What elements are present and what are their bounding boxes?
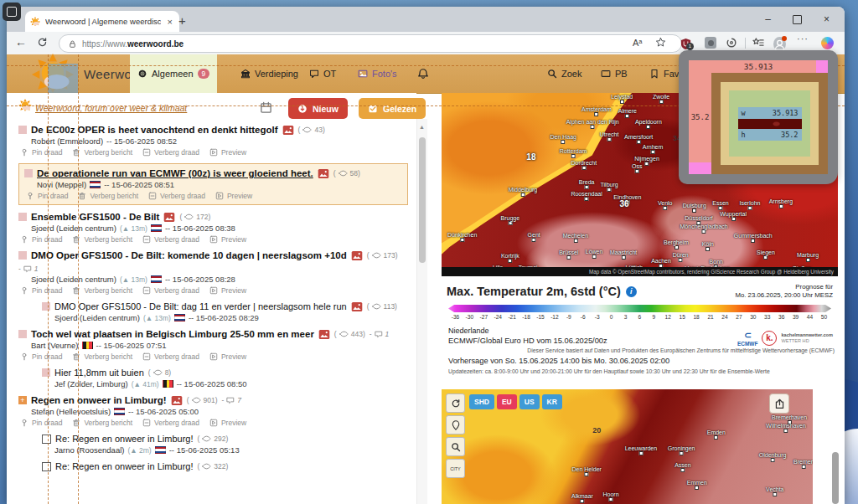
action-link[interactable]: Verberg bericht [84,352,132,361]
close-window-button[interactable]: × [824,13,830,25]
minus-square-icon[interactable] [142,235,151,244]
page-scrollbar-thumb[interactable] [832,452,839,504]
calendar-icon[interactable] [260,101,272,114]
action-link[interactable]: Verberg draad [160,192,205,200]
nav-tab-ot[interactable]: OT [302,54,344,93]
action-link[interactable]: Pin draad [38,192,68,200]
thread-title-link[interactable]: Re: Regen en onweer in Limburg! [55,461,193,471]
thread-title-link[interactable]: DMO Oper GFS1500 - De Bilt: dag 11 en ve… [54,301,347,311]
thread-title-link[interactable]: Regen en onweer in Limburg! [31,395,167,405]
nav-tab-fotos[interactable]: Foto's [350,54,405,93]
play-square-icon[interactable] [209,148,218,157]
pin-icon[interactable] [20,235,28,244]
minus-square-icon[interactable] [142,352,151,361]
maximize-button[interactable] [793,15,802,24]
action-link[interactable]: Preview [227,192,252,200]
forum-scrollbar[interactable]: ▲ [416,119,427,504]
minus-square-icon[interactable] [142,148,151,157]
copilot-icon[interactable] [821,37,834,49]
profile-avatar[interactable] [773,37,786,51]
model-button-eu[interactable]: EU [497,394,517,409]
map-share-button[interactable] [769,393,789,414]
thread-checkbox[interactable] [42,462,51,471]
site-favicon-sun-icon [30,17,40,27]
map-refresh-button[interactable] [446,393,465,413]
thread-title-link[interactable]: Hier 11,8mm uit buien [54,368,144,378]
address-bar[interactable]: https://www.weerwoord.be [59,34,682,53]
action-link[interactable]: Preview [221,286,246,295]
extension-icon[interactable] [726,37,737,49]
forum-tagline-link[interactable]: Weerwoord, forum over weer & klimaat [35,103,187,113]
action-link[interactable]: Verberg draad [154,286,199,295]
nav-pb[interactable]: PB [593,54,635,93]
read-aloud-icon[interactable]: Aᵃ [633,38,642,48]
mark-read-button[interactable]: Gelezen [359,98,426,119]
trash-icon[interactable] [78,192,86,200]
minus-square-icon[interactable] [142,419,151,427]
adblock-extension-icon[interactable]: 1 [680,36,692,51]
play-square-icon[interactable] [209,419,218,427]
play-square-icon[interactable] [209,352,218,361]
close-tab-icon[interactable]: × [166,17,174,27]
trash-icon[interactable] [72,419,80,427]
model-button-kr[interactable]: KR [542,394,562,409]
thread-checkbox[interactable] [42,435,51,444]
map-city-toggle[interactable]: CITY [446,459,465,478]
pin-icon[interactable] [20,148,28,157]
model-button-us[interactable]: US [519,394,540,409]
thread-title-link[interactable]: De EC00z OPER is heet vanochtend en denk… [31,125,278,135]
minus-square-icon[interactable] [148,192,157,200]
pin-icon[interactable] [20,286,28,295]
model-button-shd[interactable]: SHD [469,394,494,409]
favorites-bar-icon[interactable] [752,37,764,49]
action-link[interactable]: Verberg draad [154,419,199,427]
thread-author: Novi (Meppel) [37,180,86,189]
back-button[interactable]: ← [15,35,27,49]
settings-menu-icon[interactable]: ··· [797,33,809,44]
scroll-up-icon[interactable]: ▲ [419,124,425,130]
nav-tab-verdieping[interactable]: Verdieping [233,54,306,93]
action-link[interactable]: Verberg bericht [84,148,132,157]
action-link[interactable]: Preview [221,148,246,157]
trash-icon[interactable] [72,235,80,244]
play-square-icon[interactable] [209,286,218,295]
browser-tab[interactable]: Weerwoord | Algemene weerdisc × [25,11,179,32]
trash-icon[interactable] [72,352,80,361]
minimize-button[interactable]: – [765,13,771,25]
extension-icon[interactable] [705,37,716,49]
thread-title-link[interactable]: Re: Regen en onweer in Limburg! [55,434,193,444]
nav-tab-algemeen[interactable]: Algemeen 9 [130,54,217,93]
map-location-button[interactable] [446,415,465,435]
info-icon[interactable]: i [626,286,637,297]
pin-icon[interactable] [20,419,28,427]
action-link[interactable]: Verberg bericht [84,286,132,295]
action-link[interactable]: Verberg bericht [90,192,138,200]
action-link[interactable]: Verberg draad [154,235,199,244]
play-square-icon[interactable] [215,192,224,200]
thread-title-link[interactable]: Ensemble GFS1500 - De Bilt [31,212,159,222]
favorite-star-icon[interactable] [655,37,666,48]
bell-icon[interactable] [417,68,429,80]
action-link[interactable]: Verberg bericht [84,419,132,427]
country-flag-icon [174,314,185,321]
new-posts-button[interactable]: Nieuw [288,98,348,119]
minus-square-icon[interactable] [142,286,151,295]
action-link[interactable]: Preview [221,235,246,244]
play-square-icon[interactable] [209,235,218,244]
action-link[interactable]: Preview [221,419,246,427]
action-link[interactable]: Verberg draad [154,352,199,361]
trash-icon[interactable] [72,286,80,295]
refresh-icon[interactable] [37,37,48,48]
new-tab-button[interactable]: + [178,13,186,28]
pin-icon[interactable] [20,352,28,361]
nav-search[interactable]: Zoek [540,54,589,93]
action-link[interactable]: Verberg draad [154,148,199,157]
action-link[interactable]: Preview [221,352,246,361]
trash-icon[interactable] [72,148,80,157]
tab-actions-button[interactable] [3,3,21,21]
map-zoom-button[interactable] [446,437,465,456]
forum-scrollbar-thumb[interactable] [419,137,426,263]
action-link[interactable]: Verberg bericht [84,235,132,244]
thread-title-link[interactable]: Toch wel wat plaatsen in Belgisch Limbur… [31,329,314,339]
pin-icon[interactable] [26,192,34,200]
